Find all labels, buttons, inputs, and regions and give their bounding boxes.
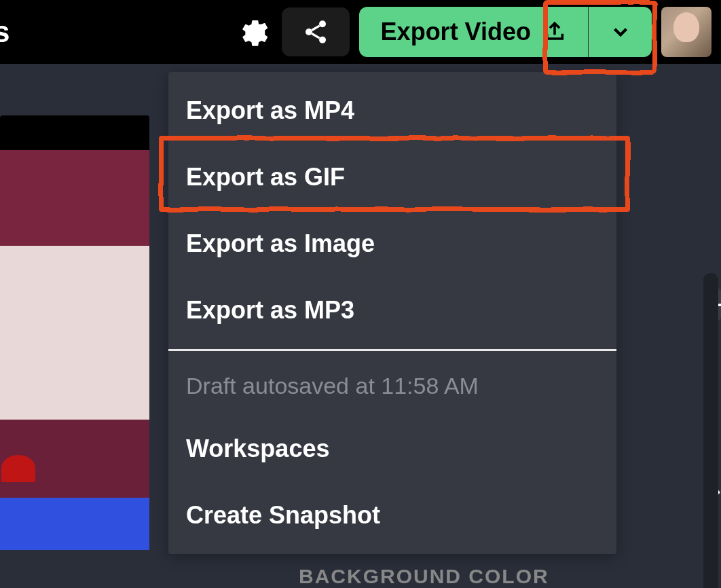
- background-color-label: BACKGROUND COLOR: [299, 565, 549, 588]
- export-video-button[interactable]: Export Video: [359, 7, 588, 57]
- video-detail: [1, 455, 35, 482]
- export-dropdown-button[interactable]: [588, 7, 652, 57]
- menu-divider: [168, 349, 616, 351]
- top-toolbar: s Export Video: [0, 0, 721, 64]
- menu-item-label: Export as Image: [186, 229, 375, 257]
- menu-item-label: Export as GIF: [186, 163, 345, 191]
- menu-item-label: Export as MP4: [186, 96, 354, 124]
- menu-item-label: Create Snapshot: [186, 501, 380, 529]
- video-preview[interactable]: [0, 115, 149, 550]
- menu-item-export-mp4[interactable]: Export as MP4: [168, 77, 616, 144]
- user-avatar[interactable]: [661, 7, 711, 57]
- export-button-label: Export Video: [381, 18, 531, 46]
- svg-point-1: [306, 29, 312, 35]
- export-button-group: Export Video: [359, 7, 652, 57]
- scrollbar[interactable]: [703, 273, 718, 588]
- svg-point-0: [319, 20, 326, 27]
- chevron-down-icon: [609, 20, 632, 43]
- gear-icon: [238, 17, 268, 47]
- svg-point-2: [319, 37, 326, 43]
- menu-item-label: Export as MP3: [186, 296, 354, 324]
- settings-button[interactable]: [234, 13, 272, 51]
- export-dropdown-menu: Export as MP4 Export as GIF Export as Im…: [168, 72, 616, 554]
- upload-icon: [543, 20, 566, 43]
- menu-item-export-mp3[interactable]: Export as MP3: [168, 277, 616, 344]
- menu-item-label: Workspaces: [186, 435, 329, 462]
- autosave-status: Draft autosaved at 11:58 AM: [168, 356, 616, 416]
- menu-item-snapshot[interactable]: Create Snapshot: [168, 482, 616, 549]
- menu-item-workspaces[interactable]: Workspaces: [168, 416, 616, 482]
- share-button[interactable]: [282, 7, 350, 56]
- menu-item-export-gif[interactable]: Export as GIF: [168, 144, 616, 210]
- truncated-left-text: s: [0, 15, 10, 49]
- share-icon: [302, 18, 329, 45]
- menu-item-export-image[interactable]: Export as Image: [168, 210, 616, 277]
- avatar-face: [673, 12, 699, 42]
